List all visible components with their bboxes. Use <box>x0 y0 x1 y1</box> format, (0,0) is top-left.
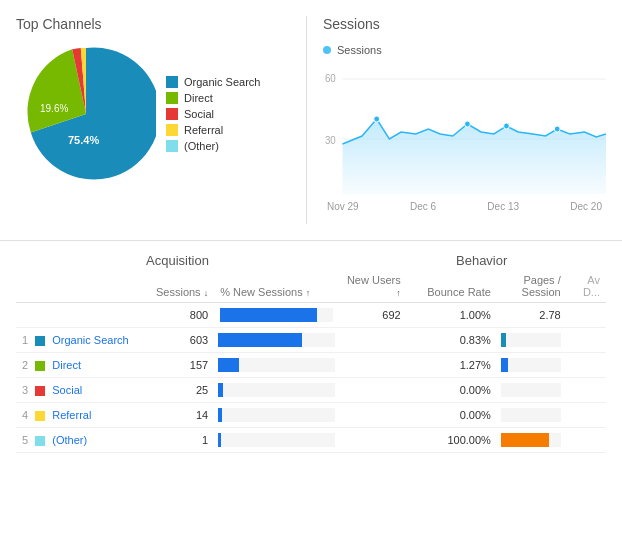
legend-label-other: (Other) <box>184 140 219 152</box>
row-num-1: 2 <box>22 359 28 371</box>
new-users-3 <box>339 403 407 428</box>
pages-bar-4 <box>497 428 567 453</box>
summary-bar-inner <box>220 308 317 322</box>
bounce-rate-0: 0.83% <box>419 328 497 353</box>
summary-bar-outer <box>220 308 333 322</box>
bar-inner-1 <box>218 358 239 372</box>
svg-point-7 <box>374 116 380 122</box>
channel-cell-1: 2 Direct <box>16 353 145 378</box>
sessions-legend: Sessions <box>323 44 606 56</box>
bar-outer-0 <box>218 333 335 347</box>
sessions-panel: Sessions Sessions 60 30 <box>306 16 606 224</box>
summary-pages: 2.78 <box>497 303 567 328</box>
channel-cell-0: 1 Organic Search <box>16 328 145 353</box>
channel-link-3[interactable]: Referral <box>52 409 91 421</box>
legend-label-organic: Organic Search <box>184 76 260 88</box>
channel-link-1[interactable]: Direct <box>52 359 81 371</box>
table-row: 2 Direct 157 1.27% <box>16 353 606 378</box>
svg-text:19.6%: 19.6% <box>40 103 68 114</box>
pages-bar-1 <box>497 353 567 378</box>
legend-label-social: Social <box>184 108 214 120</box>
bounce-rate-2: 0.00% <box>419 378 497 403</box>
th-new-sessions: % New Sessions ↑ <box>214 270 339 303</box>
legend-label-direct: Direct <box>184 92 213 104</box>
pie-legend: Organic Search Direct Social Referral (O… <box>166 76 260 152</box>
bar-inner-3 <box>218 408 221 422</box>
table-row: 1 Organic Search 603 0.83% <box>16 328 606 353</box>
channel-cell-2: 3 Social <box>16 378 145 403</box>
sessions-title: Sessions <box>323 16 606 32</box>
channel-link-0[interactable]: Organic Search <box>52 334 128 346</box>
pages-bar-outer-0 <box>501 333 561 347</box>
sessions-val-0: 603 <box>145 328 214 353</box>
row-num-0: 1 <box>22 334 28 346</box>
new-users-0 <box>339 328 407 353</box>
sessions-val-3: 14 <box>145 403 214 428</box>
summary-new-sessions-bar <box>214 303 339 328</box>
pages-bar-inner-1 <box>501 358 508 372</box>
bar-outer-3 <box>218 408 335 422</box>
new-sessions-bar-2 <box>214 378 339 403</box>
table-row: 5 (Other) 1 100.00% <box>16 428 606 453</box>
bounce-rate-4: 100.00% <box>419 428 497 453</box>
table-header-row: Sessions ↓ % New Sessions ↑ New Users ↑ … <box>16 270 606 303</box>
sessions-val-1: 157 <box>145 353 214 378</box>
x-label-dec20: Dec 20 <box>570 201 602 212</box>
channel-link-2[interactable]: Social <box>52 384 82 396</box>
table-row: 4 Referral 14 0.00% <box>16 403 606 428</box>
sessions-val-2: 25 <box>145 378 214 403</box>
new-users-4 <box>339 428 407 453</box>
channel-color-1 <box>35 361 45 371</box>
sessions-val-4: 1 <box>145 428 214 453</box>
channel-color-4 <box>35 436 45 446</box>
legend-direct: Direct <box>166 92 260 104</box>
new-users-2 <box>339 378 407 403</box>
channel-color-2 <box>35 386 45 396</box>
pages-bar-0 <box>497 328 567 353</box>
group-headers: Acquisition Behavior <box>16 253 606 268</box>
new-users-1 <box>339 353 407 378</box>
sessions-legend-label: Sessions <box>337 44 382 56</box>
bounce-rate-3: 0.00% <box>419 403 497 428</box>
data-table: Sessions ↓ % New Sessions ↑ New Users ↑ … <box>16 270 606 453</box>
channel-link-4[interactable]: (Other) <box>52 434 87 446</box>
top-channels-panel: Top Channels 75.4% 19.6% <box>16 16 296 224</box>
sort-icon-new-users[interactable]: ↑ <box>396 288 401 298</box>
sort-icon-sessions[interactable]: ↓ <box>204 288 209 298</box>
bottom-table-section: Acquisition Behavior Sessions ↓ % New Se… <box>0 241 622 465</box>
new-sessions-bar-4 <box>214 428 339 453</box>
top-channels-title: Top Channels <box>16 16 296 32</box>
pages-bar-outer-1 <box>501 358 561 372</box>
summary-row: 800 692 1.00% 2.78 <box>16 303 606 328</box>
pages-bar-outer-2 <box>501 383 561 397</box>
bar-inner-4 <box>218 433 220 447</box>
row-num-3: 4 <box>22 409 28 421</box>
svg-marker-6 <box>343 119 606 194</box>
legend-label-referral: Referral <box>184 124 223 136</box>
channel-color-0 <box>35 336 45 346</box>
svg-text:75.4%: 75.4% <box>68 134 99 146</box>
bar-outer-2 <box>218 383 335 397</box>
legend-social: Social <box>166 108 260 120</box>
channel-cell-4: 5 (Other) <box>16 428 145 453</box>
new-sessions-bar-1 <box>214 353 339 378</box>
legend-color-social <box>166 108 178 120</box>
svg-text:60: 60 <box>325 73 336 84</box>
x-label-dec13: Dec 13 <box>487 201 519 212</box>
legend-color-other <box>166 140 178 152</box>
row-num-4: 5 <box>22 434 28 446</box>
svg-point-9 <box>504 123 510 129</box>
x-axis-labels: Nov 29 Dec 6 Dec 13 Dec 20 <box>323 201 606 212</box>
legend-color-direct <box>166 92 178 104</box>
pages-bar-2 <box>497 378 567 403</box>
pages-bar-outer-4 <box>501 433 561 447</box>
legend-organic: Organic Search <box>166 76 260 88</box>
sort-icon-new-sessions[interactable]: ↑ <box>306 288 311 298</box>
acquisition-group-label: Acquisition <box>146 253 456 268</box>
th-new-users: New Users ↑ <box>339 270 407 303</box>
th-sessions: Sessions ↓ <box>145 270 214 303</box>
legend-color-referral <box>166 124 178 136</box>
pages-bar-outer-3 <box>501 408 561 422</box>
legend-color-organic <box>166 76 178 88</box>
new-sessions-bar-3 <box>214 403 339 428</box>
